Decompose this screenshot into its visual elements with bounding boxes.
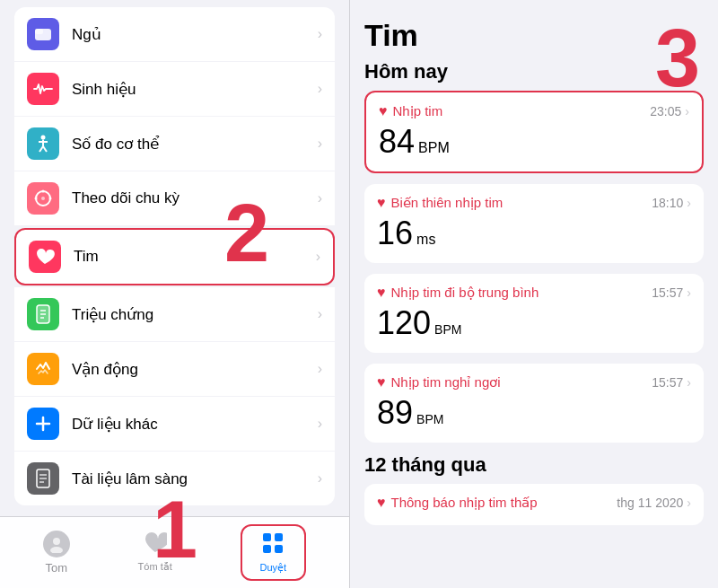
svg-rect-1 — [35, 29, 43, 34]
card-header-nhip-tim-nghi: ♥ Nhịp tim nghỉ ngơi 15:57 › — [377, 374, 691, 391]
card-title-bien-thien: Biến thiên nhịp tim — [391, 195, 503, 211]
card-header-nhip-tim: ♥ Nhịp tim 23:05 › — [379, 103, 689, 119]
tab-bar: Tom Tóm tắt Duyệt — [0, 516, 349, 588]
svg-point-2 — [41, 136, 46, 140]
chevron-bien-thien: › — [687, 196, 691, 210]
card-time-nhip-tim-nghi: 15:57 — [652, 375, 683, 390]
card-nhip-tim-di-bo[interactable]: ♥ Nhịp tim đi bộ trung bình 15:57 › 120B… — [364, 274, 704, 353]
card-time-thong-bao: thg 11 2020 — [617, 496, 683, 510]
card-unit-bien-thien: ms — [416, 232, 435, 247]
card-thong-bao[interactable]: ♥ Thông báo nhịp tim thấp thg 11 2020 › — [364, 484, 704, 525]
chevron-van-dong: › — [318, 361, 322, 377]
card-title-nhip-tim-di-bo: Nhịp tim đi bộ trung bình — [391, 285, 539, 301]
grid-tab-icon — [261, 531, 285, 560]
tab-label-tomtat: Tóm tắt — [138, 561, 172, 573]
card-bien-thien[interactable]: ♥ Biến thiên nhịp tim 18:10 › 16ms — [364, 184, 704, 263]
menu-label-trieu-chung: Triệu chứng — [72, 305, 318, 324]
other-data-icon — [27, 408, 59, 440]
card-title-row-thong-bao: ♥ Thông báo nhịp tim thấp — [377, 495, 538, 511]
card-title-nhip-tim: Nhịp tim — [393, 103, 443, 119]
chevron-nhip-tim: › — [685, 104, 689, 118]
symptoms-icon — [27, 298, 59, 330]
card-title-row-nhip-tim-di-bo: ♥ Nhịp tim đi bộ trung bình — [377, 285, 538, 301]
svg-point-24 — [50, 547, 63, 553]
avatar — [43, 531, 70, 557]
card-time-nhip-tim: 23:05 — [650, 104, 681, 118]
svg-point-23 — [53, 538, 60, 545]
page-title: Tim — [364, 18, 704, 53]
tab-item-duyet[interactable]: Duyệt — [241, 524, 307, 581]
heart-icon-nhip-tim: ♥ — [379, 103, 388, 119]
cycle-icon — [27, 182, 59, 215]
chevron-tim: › — [316, 249, 320, 265]
chevron-nhip-tim-nghi: › — [687, 375, 691, 390]
chevron-sinh-hieu: › — [318, 81, 322, 97]
menu-item-van-dong[interactable]: Vận động › — [14, 342, 335, 397]
card-unit-nhip-tim-di-bo: BPM — [434, 322, 461, 337]
vitals-icon — [27, 73, 59, 105]
card-value-nhip-tim: 84BPM — [379, 123, 689, 161]
menu-label-du-lieu: Dữ liệu khác — [72, 415, 318, 434]
card-nhip-tim-nghi[interactable]: ♥ Nhịp tim nghỉ ngơi 15:57 › 89BPM — [364, 364, 704, 443]
menu-label-tai-lieu: Tài liệu lâm sàng — [72, 470, 318, 488]
tab-item-tom[interactable]: Tom — [43, 531, 70, 575]
menu-item-tim[interactable]: Tim › — [14, 228, 335, 285]
svg-point-9 — [42, 190, 45, 193]
chevron-theo-doi: › — [318, 190, 322, 206]
card-value-bien-thien: 16ms — [377, 215, 691, 252]
card-unit-nhip-tim-nghi: BPM — [416, 412, 443, 426]
tab-item-tomtat[interactable]: Tóm tắt — [120, 527, 190, 578]
card-value-nhip-tim-nghi: 89BPM — [377, 394, 691, 432]
card-title-nhip-tim-nghi: Nhịp tim nghỉ ngơi — [391, 374, 501, 391]
activity-icon — [27, 353, 59, 385]
svg-rect-26 — [275, 533, 283, 541]
sleep-icon — [27, 18, 59, 50]
menu-group-main: Ngủ › Sinh hiệu › — [0, 7, 349, 505]
menu-item-sinh-hieu[interactable]: Sinh hiệu › — [14, 62, 335, 117]
chevron-so-do: › — [318, 136, 322, 152]
chevron-du-lieu: › — [318, 416, 322, 432]
menu-item-du-lieu[interactable]: Dữ liệu khác › — [14, 397, 335, 452]
menu-item-theo-doi[interactable]: Theo dõi chu kỳ › — [14, 171, 335, 226]
menu-label-van-dong: Vận động — [72, 360, 318, 379]
section-today: Hôm nay — [364, 60, 704, 83]
chevron-ngu: › — [318, 26, 322, 42]
svg-rect-28 — [275, 545, 283, 553]
menu-label-tim: Tim — [74, 248, 316, 266]
menu-label-ngu: Ngủ — [72, 25, 318, 44]
card-value-nhip-tim-di-bo: 120BPM — [377, 304, 691, 342]
svg-rect-27 — [263, 545, 271, 553]
card-header-thong-bao: ♥ Thông báo nhịp tim thấp thg 11 2020 › — [377, 495, 691, 511]
svg-line-6 — [43, 146, 47, 152]
card-title-row-nhip-tim: ♥ Nhịp tim — [379, 103, 442, 119]
svg-rect-25 — [263, 533, 271, 541]
heart-tab-icon — [144, 532, 167, 559]
menu-label-theo-doi: Theo dõi chu kỳ — [72, 189, 318, 207]
card-header-nhip-tim-di-bo: ♥ Nhịp tim đi bộ trung bình 15:57 › — [377, 285, 691, 301]
left-panel: Ngủ › Sinh hiệu › — [0, 0, 350, 588]
card-title-row-bien-thien: ♥ Biến thiên nhịp tim — [377, 195, 503, 211]
chevron-trieu-chung: › — [318, 306, 322, 322]
heart-icon-bien-thien: ♥ — [377, 195, 386, 211]
svg-point-10 — [49, 197, 52, 200]
svg-point-11 — [35, 197, 38, 200]
chevron-nhip-tim-di-bo: › — [687, 285, 691, 300]
right-panel: 3 Tim Hôm nay ♥ Nhịp tim 23:05 › 84BPM ♥… — [350, 0, 718, 588]
body-icon — [27, 127, 59, 160]
card-title-row-nhip-tim-nghi: ♥ Nhịp tim nghỉ ngơi — [377, 374, 501, 391]
card-time-bien-thien: 18:10 — [652, 196, 683, 210]
menu-item-so-do[interactable]: Số đo cơ thể › — [14, 117, 335, 171]
menu-list: Ngủ › Sinh hiệu › — [0, 0, 349, 516]
menu-item-trieu-chung[interactable]: Triệu chứng › — [14, 287, 335, 342]
menu-item-ngu[interactable]: Ngủ › — [14, 7, 335, 62]
card-title-thong-bao: Thông báo nhịp tim thấp — [391, 495, 538, 511]
tom-label: Tom — [46, 561, 68, 575]
menu-label-sinh-hieu: Sinh hiệu — [72, 80, 318, 99]
card-unit-nhip-tim: BPM — [418, 140, 450, 155]
svg-point-8 — [41, 197, 45, 200]
card-time-nhip-tim-di-bo: 15:57 — [652, 285, 683, 300]
chevron-tai-lieu: › — [318, 470, 322, 487]
tab-label-duyet: Duyệt — [260, 562, 287, 574]
menu-item-tai-lieu[interactable]: Tài liệu lâm sàng › — [14, 452, 335, 505]
card-nhip-tim[interactable]: ♥ Nhịp tim 23:05 › 84BPM — [364, 91, 704, 173]
